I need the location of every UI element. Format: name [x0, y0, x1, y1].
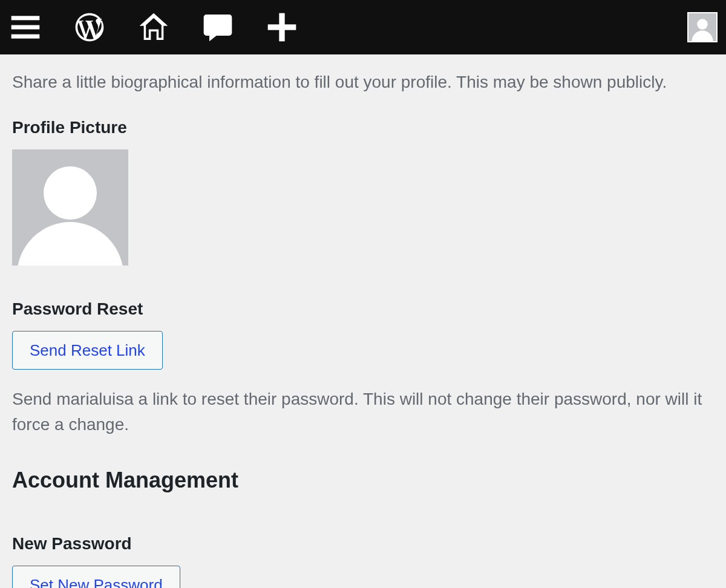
menu-icon[interactable] [8, 10, 42, 44]
comment-icon[interactable] [201, 10, 235, 44]
svg-rect-0 [11, 16, 40, 20]
profile-content: Share a little biographical information … [0, 70, 726, 588]
plus-icon[interactable] [265, 10, 299, 44]
profile-picture-label: Profile Picture [12, 118, 714, 137]
password-reset-label: Password Reset [12, 299, 714, 319]
wordpress-icon[interactable] [73, 10, 106, 44]
password-reset-help: Send marialuisa a link to reset their pa… [12, 387, 714, 437]
set-new-password-button[interactable]: Set New Password [12, 566, 180, 588]
home-icon[interactable] [137, 10, 171, 44]
svg-rect-4 [268, 24, 296, 30]
svg-rect-2 [11, 34, 40, 39]
new-password-label: New Password [12, 534, 714, 554]
account-management-heading: Account Management [12, 468, 714, 493]
bio-description: Share a little biographical information … [12, 70, 714, 94]
svg-point-5 [697, 19, 708, 30]
person-icon [12, 149, 128, 266]
svg-rect-1 [11, 25, 40, 30]
admin-toolbar [0, 0, 726, 54]
svg-point-6 [44, 166, 97, 220]
profile-picture-placeholder [12, 149, 128, 266]
send-reset-link-button[interactable]: Send Reset Link [12, 331, 163, 370]
user-avatar[interactable] [687, 12, 718, 42]
toolbar-left-group [8, 10, 299, 44]
